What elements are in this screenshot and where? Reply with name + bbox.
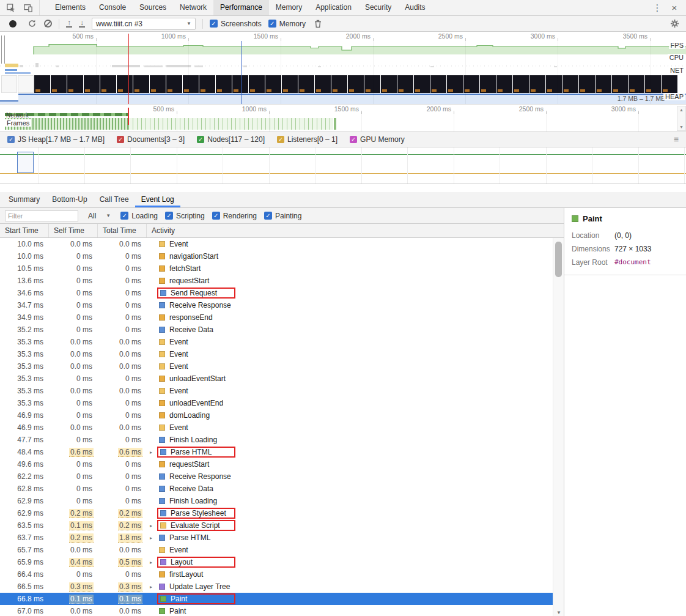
screenshot-thumbnail[interactable] xyxy=(397,75,413,93)
screenshot-thumbnail[interactable] xyxy=(629,75,644,93)
event-log-row[interactable]: 66.5 ms0.3 ms0.3 ms▸Update Layer Tree xyxy=(0,581,553,593)
screenshot-thumbnail[interactable] xyxy=(331,75,347,93)
expand-icon[interactable]: ▸ xyxy=(150,584,155,590)
tab-application[interactable]: Application xyxy=(309,0,358,15)
detail-tab-call-tree[interactable]: Call Tree xyxy=(94,192,135,207)
event-log-row[interactable]: 47.7 ms0 ms0 ms▸Finish Loading xyxy=(0,434,553,446)
event-log-row[interactable]: 65.9 ms0.4 ms0.5 ms▸Layout xyxy=(0,556,553,568)
event-log-row[interactable]: 48.4 ms0.6 ms0.6 ms▸Parse HTML xyxy=(0,446,553,458)
event-log-row[interactable]: 13.6 ms0 ms0 ms▸requestStart xyxy=(0,275,553,287)
screenshot-thumbnail[interactable] xyxy=(414,75,430,93)
column-header-activity[interactable]: Activity xyxy=(147,224,564,237)
tab-audits[interactable]: Audits xyxy=(398,0,432,15)
column-header-self-time[interactable]: Self Time xyxy=(49,224,98,237)
screenshot-thumbnail[interactable] xyxy=(183,75,199,93)
settings-gear-icon[interactable] xyxy=(669,18,680,29)
filter-checkbox-rendering[interactable]: ✓Rendering xyxy=(212,212,257,220)
screenshot-thumbnail[interactable] xyxy=(117,75,133,93)
scroll-down-icon[interactable]: ▼ xyxy=(679,125,684,129)
overview-window-grip[interactable] xyxy=(4,35,5,64)
event-log-row[interactable]: 10.0 ms0.0 ms0.0 ms▸Event xyxy=(0,238,553,250)
counter-toggle-gpu-memory[interactable]: ✓GPU Memory xyxy=(350,135,405,144)
tab-security[interactable]: Security xyxy=(358,0,398,15)
event-log-row[interactable]: 35.3 ms0 ms0 ms▸unloadEventEnd xyxy=(0,397,553,409)
filter-checkbox-scripting[interactable]: ✓Scripting xyxy=(165,212,205,220)
counters-menu-icon[interactable]: ≡ xyxy=(674,135,679,144)
frames-timeline[interactable]: 500 ms1000 ms1500 ms2000 ms2500 ms3000 m… xyxy=(0,104,686,132)
overview-window-grip[interactable] xyxy=(1,35,2,64)
event-log-row[interactable]: 35.3 ms0.0 ms0.0 ms▸Event xyxy=(0,385,553,397)
screenshot-thumbnail[interactable] xyxy=(298,75,314,93)
screenshot-thumbnail[interactable] xyxy=(51,75,67,93)
screenshot-thumbnail[interactable] xyxy=(513,75,529,93)
expand-icon[interactable]: ▸ xyxy=(150,450,155,455)
screenshot-thumbnail[interactable] xyxy=(1,75,17,93)
screenshot-thumbnail[interactable] xyxy=(546,75,562,93)
event-log-row[interactable]: 62.2 ms0 ms0 ms▸Receive Response xyxy=(0,470,553,483)
event-log-row[interactable]: 10.5 ms0 ms0 ms▸fetchStart xyxy=(0,262,553,275)
screenshot-thumbnail[interactable] xyxy=(199,75,215,93)
duration-filter-select[interactable]: All ▼ xyxy=(84,212,114,220)
screenshot-thumbnail[interactable] xyxy=(150,75,166,93)
timeline-overview[interactable]: 500 ms1000 ms1500 ms2000 ms2500 ms3000 m… xyxy=(0,32,686,104)
event-log-row[interactable]: 35.2 ms0 ms0 ms▸Receive Data xyxy=(0,324,553,336)
screenshot-thumbnail[interactable] xyxy=(364,75,380,93)
counter-toggle-documents[interactable]: ✓Documents[3 – 3] xyxy=(117,135,185,144)
close-devtools-icon[interactable]: × xyxy=(669,2,680,13)
screenshot-thumbnail[interactable] xyxy=(166,75,182,93)
event-log-row[interactable]: 35.3 ms0.0 ms0.0 ms▸Event xyxy=(0,348,553,360)
screenshot-thumbnail[interactable] xyxy=(562,75,578,93)
tab-elements[interactable]: Elements xyxy=(48,0,92,15)
more-options-icon[interactable]: ⋮ xyxy=(652,2,663,13)
screenshot-thumbnail[interactable] xyxy=(84,75,100,93)
event-log-row[interactable]: 34.7 ms0 ms0 ms▸Receive Response xyxy=(0,299,553,311)
timeline-scrollbar[interactable]: ▲ ▼ xyxy=(677,106,686,131)
event-log-row[interactable]: 67.0 ms0.0 ms0.0 ms▸Paint xyxy=(0,605,553,616)
expand-icon[interactable]: ▸ xyxy=(150,535,155,541)
screenshot-thumbnail[interactable] xyxy=(34,75,50,93)
screenshot-thumbnail[interactable] xyxy=(496,75,512,93)
filter-checkbox-painting[interactable]: ✓Painting xyxy=(264,212,301,220)
screenshot-thumbnail[interactable] xyxy=(282,75,298,93)
event-log-row[interactable]: 62.8 ms0 ms0 ms▸Receive Data xyxy=(0,483,553,495)
screenshot-thumbnail[interactable] xyxy=(100,75,116,93)
device-toolbar-icon[interactable] xyxy=(23,2,34,13)
screenshot-thumbnail[interactable] xyxy=(430,75,446,93)
filter-input[interactable] xyxy=(5,210,78,221)
clear-recording-icon[interactable] xyxy=(44,20,52,28)
detail-tab-bottom-up[interactable]: Bottom-Up xyxy=(46,192,93,207)
scrollbar-thumb[interactable] xyxy=(555,242,562,277)
event-log-row[interactable]: 34.9 ms0 ms0 ms▸responseEnd xyxy=(0,311,553,324)
event-log-row[interactable]: 46.9 ms0 ms0 ms▸domLoading xyxy=(0,409,553,421)
counters-graph[interactable] xyxy=(0,147,686,184)
screenshot-thumbnail[interactable] xyxy=(579,75,595,93)
screenshot-thumbnail[interactable] xyxy=(18,75,34,93)
scroll-up-icon[interactable]: ▲ xyxy=(679,108,684,112)
event-log-row[interactable]: 35.3 ms0.0 ms0.0 ms▸Event xyxy=(0,360,553,373)
screenshot-thumbnail[interactable] xyxy=(232,75,248,93)
screenshot-thumbnail[interactable] xyxy=(447,75,463,93)
record-button[interactable] xyxy=(9,20,17,28)
filter-checkbox-loading[interactable]: ✓Loading xyxy=(120,212,158,220)
tab-sources[interactable]: Sources xyxy=(133,0,173,15)
event-log-row[interactable]: 63.7 ms0.2 ms1.8 ms▸Parse HTML xyxy=(0,532,553,544)
screenshot-thumbnail[interactable] xyxy=(381,75,397,93)
event-log-row[interactable]: 35.3 ms0.0 ms0.0 ms▸Event xyxy=(0,336,553,348)
column-header-total-time[interactable]: Total Time xyxy=(98,224,147,237)
event-log-row[interactable]: 46.9 ms0.0 ms0.0 ms▸Event xyxy=(0,421,553,434)
event-log-row[interactable]: 10.0 ms0 ms0 ms▸navigationStart xyxy=(0,250,553,262)
screenshot-thumbnail[interactable] xyxy=(645,75,661,93)
counter-toggle-nodes[interactable]: ✓Nodes[117 – 120] xyxy=(197,135,265,144)
event-log-row[interactable]: 65.7 ms0.0 ms0.0 ms▸Event xyxy=(0,544,553,556)
screenshot-thumbnail[interactable] xyxy=(612,75,628,93)
layer-root-link[interactable]: #document xyxy=(614,259,651,266)
expand-icon[interactable]: ▸ xyxy=(150,560,155,565)
recording-select[interactable]: www.tiiit.cn #3 ▼ xyxy=(92,18,196,30)
screenshot-thumbnail[interactable] xyxy=(596,75,611,93)
event-log-row[interactable]: 66.4 ms0 ms0 ms▸firstLayout xyxy=(0,568,553,581)
screenshot-thumbnail[interactable] xyxy=(480,75,496,93)
memory-checkbox[interactable]: ✓ Memory xyxy=(268,20,306,28)
event-log-row[interactable]: 66.8 ms0.1 ms0.1 ms▸Paint xyxy=(0,593,553,605)
load-profile-icon[interactable]: ↑ xyxy=(66,20,72,28)
counter-toggle-js-heap[interactable]: ✓JS Heap[1.7 MB – 1.7 MB] xyxy=(7,135,105,144)
